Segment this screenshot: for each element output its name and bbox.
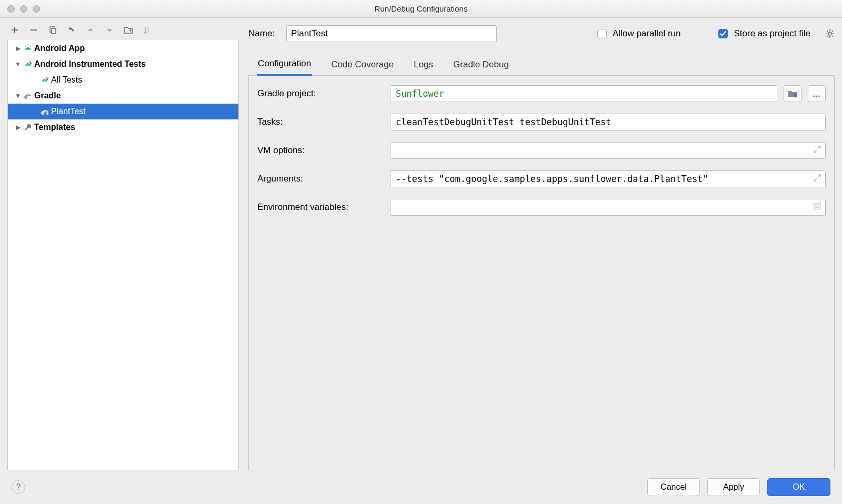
android-test-icon <box>23 59 33 69</box>
name-input[interactable] <box>286 25 497 42</box>
allow-parallel-label: Allow parallel run <box>613 28 680 39</box>
remove-config-button[interactable] <box>28 25 39 35</box>
config-toolbar: az <box>7 23 239 39</box>
gradle-project-label: Gradle project: <box>257 88 384 99</box>
window-title: Run/Debug Configurations <box>0 4 842 13</box>
edit-templates-button[interactable] <box>66 25 77 35</box>
cancel-button[interactable]: Cancel <box>647 478 700 496</box>
tree-item-planttest[interactable]: PlantTest <box>8 104 238 119</box>
android-icon <box>23 43 33 54</box>
gradle-icon <box>23 90 33 101</box>
env-vars-label: Environment variables: <box>257 202 384 213</box>
chevron-right-icon: ▶ <box>13 45 23 52</box>
android-test-icon <box>39 75 50 85</box>
store-as-project-file-label: Store as project file <box>734 28 810 39</box>
svg-text:z: z <box>147 30 149 34</box>
config-tree[interactable]: ▶Android App▼Android Instrumented TestsA… <box>7 39 239 470</box>
tree-item-label: Android App <box>33 44 85 53</box>
gradle-project-browse-button[interactable] <box>784 85 801 102</box>
svg-text:a: a <box>147 26 149 30</box>
vm-options-input[interactable] <box>390 142 826 159</box>
tree-item-label: PlantTest <box>50 107 86 116</box>
config-tabs: ConfigurationCode CoverageLogsGradle Deb… <box>248 55 835 76</box>
tasks-input[interactable] <box>390 114 826 130</box>
window-close-button[interactable] <box>7 5 15 13</box>
allow-parallel-checkbox[interactable]: Allow parallel run <box>595 27 680 40</box>
tree-item-android-app[interactable]: ▶Android App <box>8 41 238 56</box>
tab-configuration[interactable]: Configuration <box>257 58 312 76</box>
window-zoom-button[interactable] <box>33 5 40 13</box>
chevron-right-icon: ▶ <box>13 124 23 131</box>
move-up-button[interactable] <box>85 25 96 35</box>
svg-point-5 <box>28 48 29 49</box>
tree-item-all-tests[interactable]: All Tests <box>8 72 238 88</box>
copy-config-button[interactable] <box>47 25 58 35</box>
titlebar: Run/Debug Configurations <box>0 0 842 18</box>
move-down-button[interactable] <box>104 25 115 35</box>
tab-code-coverage[interactable]: Code Coverage <box>330 59 395 75</box>
store-options-gear-icon[interactable] <box>825 29 835 38</box>
tree-item-label: Gradle <box>33 91 61 100</box>
chevron-down-icon: ▼ <box>13 61 23 68</box>
gradle-share-icon <box>39 106 50 117</box>
tree-item-android-instrumented-tests[interactable]: ▼Android Instrumented Tests <box>8 56 238 72</box>
window-minimize-button[interactable] <box>20 5 27 13</box>
svg-rect-8 <box>794 94 797 97</box>
tab-gradle-debug[interactable]: Gradle Debug <box>452 59 510 75</box>
apply-button[interactable]: Apply <box>707 478 760 496</box>
ok-button[interactable]: OK <box>767 478 830 496</box>
tab-logs[interactable]: Logs <box>413 59 434 75</box>
list-icon[interactable] <box>813 202 821 210</box>
tree-item-gradle[interactable]: ▼Gradle <box>8 88 238 104</box>
configuration-panel: Gradle project: … Tasks: VM options: <box>248 76 835 470</box>
name-label: Name: <box>248 28 275 39</box>
sort-button[interactable]: az <box>142 25 153 35</box>
help-button[interactable]: ? <box>12 480 25 494</box>
arguments-label: Arguments: <box>257 174 384 184</box>
vm-options-label: VM options: <box>257 145 384 156</box>
tree-item-label: All Tests <box>50 75 82 85</box>
add-config-button[interactable] <box>9 25 20 35</box>
svg-rect-1 <box>52 28 56 34</box>
gradle-project-more-button[interactable]: … <box>808 85 826 102</box>
svg-point-7 <box>828 32 831 35</box>
save-to-folder-button[interactable] <box>123 25 134 35</box>
chevron-down-icon: ▼ <box>13 92 23 99</box>
tree-item-label: Templates <box>33 123 75 132</box>
gradle-project-input[interactable] <box>390 85 777 102</box>
wrench-icon <box>23 122 33 133</box>
tasks-label: Tasks: <box>257 117 384 127</box>
tree-item-templates[interactable]: ▶Templates <box>8 119 238 135</box>
env-vars-input[interactable] <box>390 199 826 216</box>
arguments-input[interactable] <box>390 170 826 187</box>
tree-item-label: Android Instrumented Tests <box>33 59 146 69</box>
store-as-project-file-checkbox[interactable]: Store as project file <box>716 27 810 40</box>
svg-point-4 <box>26 48 27 49</box>
